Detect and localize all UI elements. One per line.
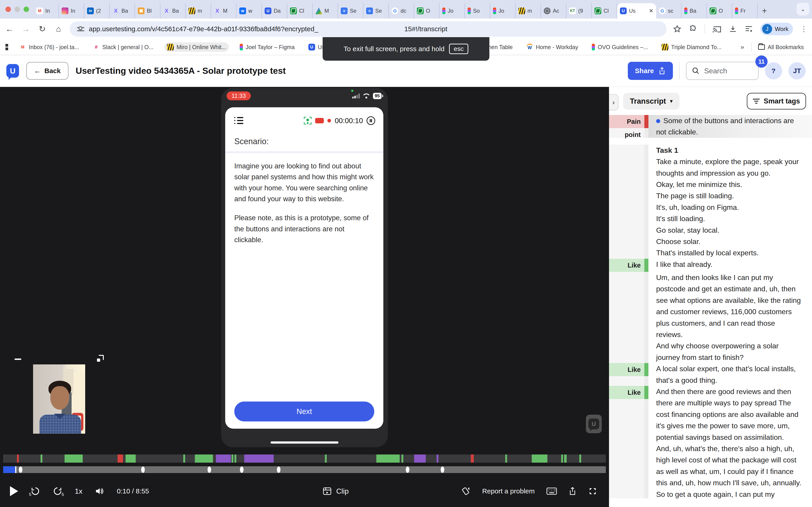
browser-tab[interactable]: ww: [237, 3, 262, 18]
playhead[interactable]: [15, 466, 16, 473]
browser-tab[interactable]: XM: [211, 3, 237, 18]
transcript-text[interactable]: The page is still loading.: [648, 190, 812, 202]
user-avatar[interactable]: JT: [789, 62, 806, 79]
browser-tab[interactable]: In: [59, 3, 84, 18]
browser-tab[interactable]: ≡Se: [363, 3, 389, 18]
browser-tab[interactable]: MIn: [34, 3, 59, 18]
transcript-tag-label[interactable]: Pain point: [609, 115, 644, 128]
transcript-entry[interactable]: Task 1: [609, 145, 812, 156]
back-nav-icon[interactable]: ←: [5, 24, 14, 34]
transcript-text[interactable]: So to get a quote again, I can put my po…: [648, 489, 812, 498]
clip-button[interactable]: Clip: [323, 487, 349, 496]
browser-tab[interactable]: Jo: [440, 3, 465, 18]
transcript-text[interactable]: I like that already.: [648, 259, 812, 272]
transcript-entry[interactable]: Go solar, stay local.: [609, 225, 812, 236]
timeline-tag-segment[interactable]: [235, 454, 236, 463]
extensions-icon[interactable]: [689, 25, 697, 33]
timeline-tag-segment[interactable]: [232, 454, 233, 463]
bookmark-item[interactable]: OVO Guidelines –...: [589, 42, 651, 52]
transcript-tag-label[interactable]: Like: [609, 386, 644, 399]
reading-list-icon[interactable]: [745, 25, 753, 33]
transcript-tag-label[interactable]: Like: [609, 259, 644, 272]
rotate-device-icon[interactable]: [461, 487, 470, 496]
transcript-entry[interactable]: LikeA local solar expert, one that's loc…: [609, 363, 812, 386]
report-problem-button[interactable]: Report a problem: [482, 487, 535, 495]
address-bar[interactable]: app.usertesting.com/v/4c561c47-e79e-442b…: [70, 21, 667, 37]
timeline-tag-segment[interactable]: [117, 454, 123, 463]
transcript-tag-label[interactable]: Like: [609, 363, 644, 376]
browser-tab[interactable]: O: [707, 3, 732, 18]
browser-tab[interactable]: So: [465, 3, 490, 18]
bookmarks-overflow-icon[interactable]: »: [741, 44, 743, 51]
share-video-icon[interactable]: [569, 487, 576, 496]
browser-tab[interactable]: m: [516, 3, 541, 18]
sidebar-collapse-button[interactable]: ›: [609, 94, 618, 110]
bookmark-item[interactable]: Miro | Online Whit...: [164, 42, 229, 52]
task-list-icon[interactable]: [234, 117, 243, 124]
timeline-tag-segment[interactable]: [437, 454, 439, 463]
smart-tags-button[interactable]: Smart tags: [747, 93, 806, 110]
transcript-entry[interactable]: Pain pointSome of the buttons and intera…: [609, 115, 812, 138]
transcript-text[interactable]: Choose solar.: [648, 236, 812, 247]
fullscreen-icon[interactable]: [588, 487, 597, 496]
keyboard-shortcuts-icon[interactable]: [547, 488, 557, 495]
timeline-note-marker[interactable]: [277, 466, 281, 473]
browser-tab[interactable]: KT(9: [566, 3, 592, 18]
browser-tab[interactable]: ≡Se: [338, 3, 363, 18]
reload-icon[interactable]: ↻: [37, 24, 47, 34]
timeline-tag-segment[interactable]: [532, 454, 547, 463]
seek-bar[interactable]: [3, 466, 606, 473]
transcript-text[interactable]: Take a minute, explore the page, speak y…: [648, 156, 812, 179]
pip-minimize-button[interactable]: [14, 358, 21, 360]
pip-expand-icon[interactable]: [97, 355, 104, 362]
browser-tab[interactable]: Gdc: [389, 3, 414, 18]
timeline-tag-segment[interactable]: [505, 454, 507, 463]
download-icon[interactable]: [729, 25, 737, 33]
pause-recording-icon[interactable]: [367, 116, 375, 125]
timeline-tag-segment[interactable]: [376, 454, 400, 463]
next-button[interactable]: Next: [234, 401, 374, 421]
rewind-5-button[interactable]: 5: [30, 486, 40, 496]
cast-icon[interactable]: [712, 25, 721, 33]
timeline-note-marker[interactable]: [19, 466, 22, 473]
transcript-entry[interactable]: And, uh, what's the, there's also a high…: [609, 443, 812, 489]
timeline-note-marker[interactable]: [141, 466, 145, 473]
transcript-text[interactable]: A local solar expert, one that's local i…: [648, 363, 812, 386]
bookmark-star-icon[interactable]: [673, 25, 681, 33]
browser-tab[interactable]: Fr: [732, 3, 758, 18]
transcript-text[interactable]: And then there are good reviews and then…: [648, 386, 812, 443]
minimize-window-button[interactable]: [14, 7, 20, 12]
browser-profile-button[interactable]: J Work: [760, 23, 793, 35]
home-icon[interactable]: ⌂: [53, 24, 63, 34]
transcript-text[interactable]: It's still loading.: [648, 213, 812, 224]
timeline-tag-segment[interactable]: [64, 454, 83, 463]
browser-tab[interactable]: XBa: [110, 3, 135, 18]
browser-tab[interactable]: Cl: [287, 3, 313, 18]
timeline-tag-segment[interactable]: [414, 454, 426, 463]
timeline-tag-segment[interactable]: [125, 454, 136, 463]
bookmark-item[interactable]: MInbox (76) - joel.ta...: [16, 42, 82, 52]
timeline-note-marker[interactable]: [240, 466, 244, 473]
usertesting-logo[interactable]: U: [6, 64, 19, 78]
forward-5-button[interactable]: 5: [53, 486, 62, 496]
browser-tab[interactable]: Ac: [541, 3, 566, 18]
timeline-tag-segment[interactable]: [216, 454, 231, 463]
timeline-tag-segment[interactable]: [244, 454, 274, 463]
transcript-entry[interactable]: It's still loading.: [609, 213, 812, 224]
tab-search-menu[interactable]: ⌄: [797, 3, 809, 15]
search-input[interactable]: Search: [686, 62, 759, 80]
transcript-entry[interactable]: Take a minute, explore the page, speak y…: [609, 156, 812, 179]
transcript-entry[interactable]: LikeI like that already.: [609, 259, 812, 272]
transcript-entry[interactable]: That's installed by local experts.: [609, 247, 812, 259]
browser-tab[interactable]: O: [414, 3, 440, 18]
timeline-tag-segment[interactable]: [579, 454, 581, 463]
browser-tab[interactable]: Cl: [592, 3, 617, 18]
timeline-tag-segment[interactable]: [561, 454, 563, 463]
close-window-button[interactable]: [5, 7, 11, 12]
play-button[interactable]: [10, 486, 18, 496]
bookmark-item[interactable]: Triple Diamond To...: [659, 42, 724, 52]
transcript-entry[interactable]: LikeAnd then there are good reviews and …: [609, 386, 812, 443]
browser-tab[interactable]: m: [186, 3, 211, 18]
transcript-entry[interactable]: So to get a quote again, I can put my po…: [609, 489, 812, 498]
timeline-tag-segment[interactable]: [401, 454, 403, 463]
